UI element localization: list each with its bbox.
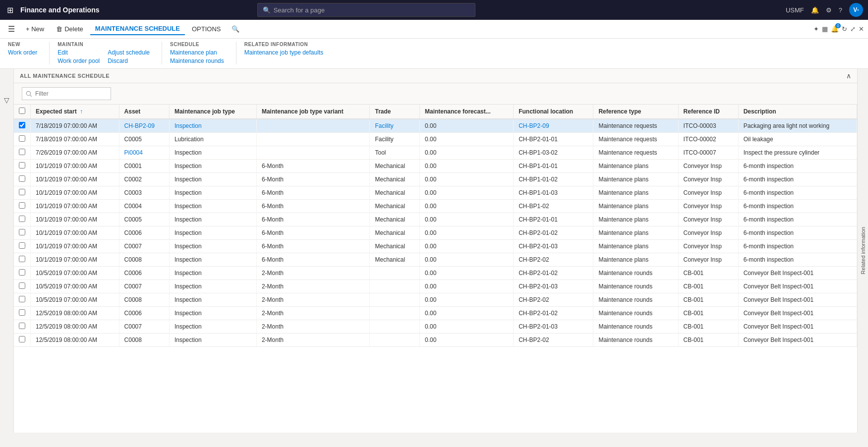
table-row[interactable]: 10/1/2019 07:00:00 AMC0001Inspection6-Mo…: [14, 160, 857, 173]
table-row[interactable]: 10/1/2019 07:00:00 AMC0006Inspection6-Mo…: [14, 226, 857, 240]
row-checkbox-cell[interactable]: [14, 240, 31, 253]
row-checkbox[interactable]: [19, 162, 25, 168]
cell-trade[interactable]: Facility: [370, 119, 420, 133]
col-maintenance-job-type[interactable]: Maintenance job type: [169, 105, 256, 119]
row-checkbox[interactable]: [19, 336, 25, 342]
row-checkbox-cell[interactable]: [14, 200, 31, 213]
user-avatar[interactable]: V-: [849, 3, 863, 17]
col-reference-type[interactable]: Reference type: [593, 105, 678, 119]
ribbon-job-type-defaults-link[interactable]: Maintenance job type defaults: [244, 49, 323, 56]
cell-job-type[interactable]: Inspection: [169, 119, 256, 133]
row-checkbox-cell[interactable]: [14, 146, 31, 160]
table-row[interactable]: 7/18/2019 07:00:00 AMCH-BP2-09Inspection…: [14, 119, 857, 133]
cell-asset[interactable]: CH-BP2-09: [119, 119, 169, 133]
table-row[interactable]: 10/5/2019 07:00:00 AMC0008Inspection2-Mo…: [14, 293, 857, 307]
row-checkbox-cell[interactable]: [14, 213, 31, 226]
row-checkbox[interactable]: [19, 269, 25, 276]
table-row[interactable]: 10/5/2019 07:00:00 AMC0007Inspection2-Mo…: [14, 280, 857, 293]
row-checkbox-cell[interactable]: [14, 226, 31, 240]
global-search[interactable]: 🔍 Search for a page: [257, 3, 475, 17]
filter-funnel-icon[interactable]: ▽: [4, 96, 9, 104]
row-checkbox[interactable]: [19, 149, 25, 155]
cell-variant: [256, 146, 370, 160]
table-row[interactable]: 7/26/2019 07:00:00 AMPi0004InspectionToo…: [14, 146, 857, 160]
table-row[interactable]: 7/18/2019 07:00:00 AMC0005LubricationFac…: [14, 133, 857, 146]
row-checkbox-cell[interactable]: [14, 119, 31, 133]
col-maintenance-forecast[interactable]: Maintenance forecast...: [420, 105, 514, 119]
col-expected-start[interactable]: Expected start ↑: [31, 105, 119, 119]
row-checkbox[interactable]: [19, 256, 25, 262]
help-icon[interactable]: ?: [839, 6, 842, 14]
ribbon-discard-link[interactable]: Discard: [108, 57, 150, 64]
ribbon-work-order-link[interactable]: Work order: [8, 49, 37, 56]
close-icon[interactable]: ✕: [859, 25, 864, 33]
row-checkbox[interactable]: [19, 242, 25, 249]
select-all-checkbox[interactable]: [19, 108, 25, 114]
table-row[interactable]: 10/1/2019 07:00:00 AMC0003Inspection6-Mo…: [14, 186, 857, 200]
row-checkbox[interactable]: [19, 323, 25, 329]
row-checkbox-cell[interactable]: [14, 320, 31, 334]
row-checkbox-cell[interactable]: [14, 267, 31, 280]
row-checkbox[interactable]: [19, 282, 25, 289]
collapse-chevron-icon[interactable]: ∧: [846, 72, 851, 80]
table-row[interactable]: 10/1/2019 07:00:00 AMC0004Inspection6-Mo…: [14, 200, 857, 213]
table-row[interactable]: 12/5/2019 08:00:00 AMC0007Inspection2-Mo…: [14, 320, 857, 334]
row-checkbox-cell[interactable]: [14, 334, 31, 347]
row-checkbox[interactable]: [19, 135, 25, 142]
col-maintenance-job-type-variant[interactable]: Maintenance job type variant: [256, 105, 370, 119]
ribbon-work-order-pool-link[interactable]: Work order pool: [58, 57, 100, 64]
row-checkbox-cell[interactable]: [14, 160, 31, 173]
tab-options[interactable]: OPTIONS: [187, 23, 226, 35]
row-checkbox-cell[interactable]: [14, 253, 31, 267]
ribbon-maintenance-rounds-link[interactable]: Maintenance rounds: [170, 57, 224, 64]
table-row[interactable]: 10/1/2019 07:00:00 AMC0005Inspection6-Mo…: [14, 213, 857, 226]
row-checkbox[interactable]: [19, 189, 25, 195]
filter-input[interactable]: [22, 87, 111, 100]
row-checkbox-cell[interactable]: [14, 280, 31, 293]
table-row[interactable]: 12/5/2019 08:00:00 AMC0008Inspection2-Mo…: [14, 334, 857, 347]
right-panel[interactable]: Related information: [857, 69, 868, 433]
maximize-icon[interactable]: ⤢: [850, 25, 856, 33]
col-description[interactable]: Description: [738, 105, 857, 119]
table-row[interactable]: 12/5/2019 08:00:00 AMC0006Inspection2-Mo…: [14, 307, 857, 320]
ribbon-maintenance-plan-link[interactable]: Maintenance plan: [170, 49, 224, 56]
app-grid-icon[interactable]: ⊞: [5, 3, 15, 17]
col-functional-location[interactable]: Functional location: [514, 105, 593, 119]
col-asset[interactable]: Asset: [119, 105, 169, 119]
refresh-icon[interactable]: ↻: [842, 25, 847, 33]
row-checkbox[interactable]: [19, 202, 25, 209]
row-checkbox[interactable]: [19, 229, 25, 235]
favorites-icon[interactable]: ✦: [813, 25, 819, 33]
tab-search-icon[interactable]: 🔍: [228, 23, 243, 35]
ribbon-adjust-schedule-link[interactable]: Adjust schedule: [108, 49, 150, 56]
cell-asset[interactable]: Pi0004: [119, 146, 169, 160]
row-checkbox[interactable]: [19, 122, 25, 128]
ribbon-group-schedule-label: SCHEDULE: [170, 42, 224, 47]
row-checkbox-cell[interactable]: [14, 186, 31, 200]
new-button[interactable]: + New: [21, 23, 49, 35]
col-checkbox[interactable]: [14, 105, 31, 119]
notification-badge-icon[interactable]: 🔔0: [831, 25, 839, 33]
row-checkbox[interactable]: [19, 175, 25, 182]
menu-toggle-icon[interactable]: ☰: [4, 22, 19, 36]
row-checkbox-cell[interactable]: [14, 307, 31, 320]
office-icon[interactable]: ▦: [822, 25, 828, 33]
cell-functional-location[interactable]: CH-BP2-09: [514, 119, 593, 133]
delete-button[interactable]: 🗑 Delete: [51, 23, 88, 35]
table-row[interactable]: 10/5/2019 07:00:00 AMC0006Inspection2-Mo…: [14, 267, 857, 280]
notifications-icon[interactable]: 🔔: [811, 6, 819, 14]
row-checkbox-cell[interactable]: [14, 173, 31, 186]
ribbon-edit-link[interactable]: Edit: [58, 49, 100, 56]
col-reference-id[interactable]: Reference ID: [678, 105, 738, 119]
col-trade[interactable]: Trade: [370, 105, 420, 119]
row-checkbox[interactable]: [19, 216, 25, 222]
table-row[interactable]: 10/1/2019 07:00:00 AMC0008Inspection6-Mo…: [14, 253, 857, 267]
row-checkbox-cell[interactable]: [14, 293, 31, 307]
table-row[interactable]: 10/1/2019 07:00:00 AMC0002Inspection6-Mo…: [14, 173, 857, 186]
settings-icon[interactable]: ⚙: [826, 6, 832, 14]
row-checkbox-cell[interactable]: [14, 133, 31, 146]
tab-maintenance-schedule[interactable]: MAINTENANCE SCHEDULE: [90, 23, 185, 35]
row-checkbox[interactable]: [19, 296, 25, 302]
table-row[interactable]: 10/1/2019 07:00:00 AMC0007Inspection6-Mo…: [14, 240, 857, 253]
row-checkbox[interactable]: [19, 309, 25, 316]
